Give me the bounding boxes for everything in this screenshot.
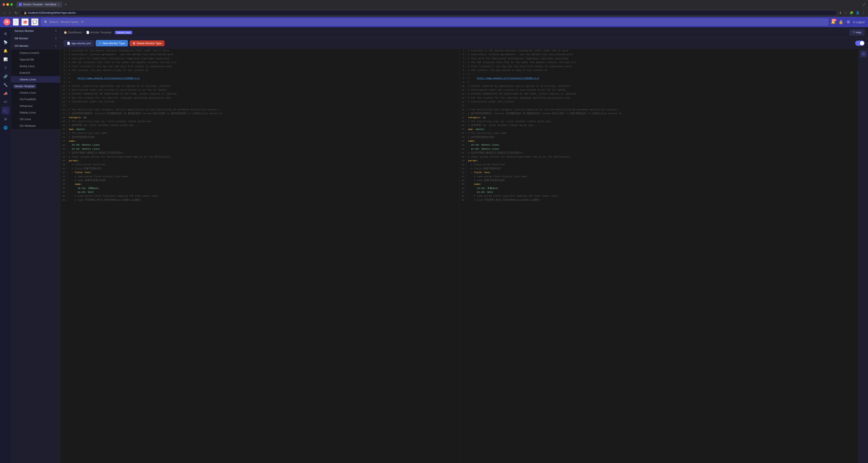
editor-line: 25 zh-CN: Ubuntu Linux: [460, 143, 859, 147]
editor-line: 36 zh-CN: 主机Host: [460, 186, 859, 190]
breadcrumb-tag: Ubuntu Linux: [115, 31, 132, 34]
tab-close-btn[interactable]: ✕: [58, 3, 60, 6]
editor-line: 36 zh-CN: 主机Host: [60, 186, 459, 190]
os-monitor-label: OS Monitor: [14, 44, 29, 48]
maintenance-icon-btn[interactable]: 🔧: [2, 81, 9, 89]
breadcrumb-parent[interactable]: 📄 Monitor Template: [86, 31, 112, 34]
editor-line: 39 # type-字段类型,样式(大部分映射input标签type属性): [60, 198, 459, 202]
sidebar-item-service-monitor[interactable]: Service Monitor ▾: [11, 27, 60, 35]
close-dot[interactable]: [3, 3, 5, 6]
editor-line: 19# The monitoring type eg: linux window…: [460, 119, 859, 123]
editor-line: 5# (the "License"); you may not use this…: [60, 64, 459, 68]
editor-line: 6# the License. You may obtain a copy of…: [460, 68, 859, 72]
editor-pane-right[interactable]: 1# Licensed to the Apache Software Found…: [460, 49, 859, 463]
sidebar-sub-freebsd[interactable]: OS FreeBSD: [11, 96, 60, 103]
editor-line: 15: [460, 104, 859, 108]
reload-btn[interactable]: ↻: [13, 10, 19, 16]
toggle-switch[interactable]: [855, 40, 865, 46]
alert-icon-btn[interactable]: 🔔: [2, 47, 9, 55]
editor-line: 18category: os: [60, 116, 459, 119]
sidebar-item-service-monitor-left: Service Monitor: [14, 29, 34, 32]
extension-btn[interactable]: 🧩: [849, 11, 854, 15]
editor-line: 5# (the "License"); you may not use this…: [460, 64, 859, 68]
back-btn[interactable]: ‹: [3, 10, 6, 15]
sidebar-sub-rocky[interactable]: Rocky Linux: [11, 63, 60, 69]
sidebar-item-os-monitor[interactable]: OS Monitor ▴: [11, 42, 60, 50]
notification-btn[interactable]: 🔔 99+: [831, 20, 836, 24]
menu-icon[interactable]: ☰: [13, 19, 19, 26]
sidebar-sub-ubuntu[interactable]: Ubuntu Linux: [11, 76, 60, 83]
editor-line: 27# 监控所需输入参数定义(根据定义渲染页面UI): [60, 151, 459, 155]
app-logo[interactable]: H: [3, 19, 10, 25]
editor-line: 6# the License. You may obtain a copy of…: [60, 68, 459, 72]
template-icon-btn[interactable]: >_ Monitor Template: [2, 107, 9, 114]
editor-line: 22# The monitoring i18n name: [60, 131, 459, 135]
editor-line: 17# 监控类型所属类别：service-应用服务监控 db-数据库监控 cus…: [60, 112, 459, 115]
report-icon-btn[interactable]: 📊: [2, 55, 9, 63]
sidebar-sub-euler[interactable]: EulerOS: [11, 69, 60, 76]
github-icon[interactable]: 🐙: [21, 19, 29, 26]
sidebar-sub-centos[interactable]: Centos Linux: [11, 89, 60, 96]
trash-icon: 🗑: [133, 42, 135, 45]
lock-btn[interactable]: 🔒: [838, 19, 844, 25]
sidebar-sub-alma[interactable]: AlmaLinux: [11, 103, 60, 109]
notification2-icon-btn[interactable]: 📣: [2, 90, 9, 97]
editor-line: 23# 监控类型国际化名称: [460, 135, 859, 139]
sidebar-sub-debian[interactable]: Debian Linux: [11, 109, 60, 116]
minimize-dot[interactable]: [6, 3, 9, 6]
add-tab-btn[interactable]: +: [65, 2, 67, 7]
search-icon: 🔍: [44, 21, 48, 24]
sidebar-sub-fedora[interactable]: Fedora CoreOS: [11, 50, 60, 56]
notification-badge: 99+: [832, 19, 836, 21]
editor-pane-left[interactable]: 1# Licensed to the Apache Software Found…: [60, 49, 460, 463]
search-placeholder: Search：Monitor Name、IP: [49, 20, 84, 24]
breadcrumb-home[interactable]: 🏠 DashBoard: [64, 31, 82, 34]
download-btn[interactable]: ⬇: [839, 11, 842, 15]
more-btn[interactable]: ⋮: [862, 11, 865, 15]
bookmark-btn[interactable]: ☆: [844, 11, 847, 15]
db-monitor-arrow: ▾: [55, 37, 57, 40]
editor-line: 10# Unless required by applicable law or…: [460, 84, 859, 88]
editor-line: 10# Unless required by applicable law or…: [60, 84, 459, 88]
filter-icon-btn[interactable]: ▽: [2, 64, 9, 71]
app-topbar: H ☰ 🐙 💬 🔍 Search：Monitor Name、IP 🔔 99+ 🔒…: [0, 17, 868, 27]
editor-line: 26 en-US: Ubuntu Linux: [460, 147, 859, 151]
file-btn[interactable]: 📄 app-ubuntu.yml: [64, 40, 94, 47]
editor-line: 28# Input params define for monitoring(r…: [460, 155, 859, 159]
sidebar-sub-windows[interactable]: OS Windows: [11, 122, 60, 129]
sidebar-item-db-monitor[interactable]: DB Monitor ▾: [11, 35, 60, 42]
home-icon-btn[interactable]: ⊞: [2, 30, 9, 37]
editor-line: 24name:: [60, 139, 459, 143]
global-icon-btn[interactable]: 🌐: [2, 124, 9, 132]
settings-panel-btn[interactable]: ⚙: [860, 51, 867, 57]
new-monitor-type-btn[interactable]: ＋ New Monitor Type: [96, 40, 128, 47]
settings-btn[interactable]: ⚙: [846, 19, 850, 25]
editor-line: 16# The monitoring type category：service…: [60, 108, 459, 112]
help-btn[interactable]: ? Help: [849, 29, 865, 35]
monitor-icon-btn[interactable]: 📡: [2, 38, 9, 46]
url-bar[interactable]: 🔒 localhost:4200/setting/define?app=ubun…: [21, 10, 837, 16]
file-icon-btn: 📄: [67, 42, 70, 45]
service-monitor-arrow: ▾: [55, 29, 57, 32]
sidebar-sub-redhat[interactable]: Red Hat: [11, 83, 60, 89]
webhook-icon-btn[interactable]: 🔗: [2, 73, 9, 80]
editor-line: 32 - field: host: [460, 171, 859, 174]
editor-line: 33 # name-param field display i18n name: [60, 175, 459, 178]
profile-btn[interactable]: 👤: [856, 11, 860, 15]
tag-icon-btn[interactable]: 🏷: [2, 98, 9, 106]
editor-line: 24name:: [460, 139, 859, 143]
editor-line: 8# http://www.apache.org/licenses/LICENS…: [60, 76, 459, 80]
sidebar-sub-linux[interactable]: OS Linux: [11, 116, 60, 122]
logout-btn[interactable]: G Logout: [853, 21, 865, 24]
restore-btn[interactable]: ⤢: [863, 3, 865, 7]
search-bar[interactable]: 🔍 Search：Monitor Name、IP: [41, 19, 828, 25]
browser-tab[interactable]: Monitor Template - HertzBeat ✕: [16, 2, 62, 7]
editor-line: 38 # type-param field type(most mapping …: [460, 194, 859, 198]
maximize-dot[interactable]: [10, 3, 13, 6]
editor-line: 4# The ASF licenses this file to You und…: [60, 60, 459, 64]
settings2-icon-btn[interactable]: ⚙: [2, 115, 9, 123]
forward-btn[interactable]: ›: [8, 10, 11, 15]
chat-icon[interactable]: 💬: [31, 19, 38, 26]
delete-monitor-type-btn[interactable]: 🗑 Delete Monitor Type: [130, 40, 164, 46]
sidebar-sub-opensuse[interactable]: OpenSUSE: [11, 56, 60, 63]
